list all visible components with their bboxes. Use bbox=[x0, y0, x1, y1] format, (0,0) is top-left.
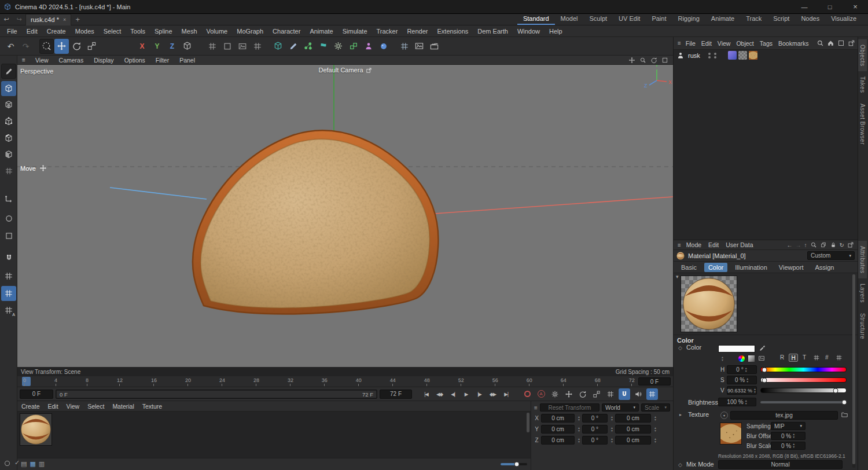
playback-button[interactable]: |◀ bbox=[420, 388, 432, 400]
toolbar-grid-icon-b[interactable] bbox=[220, 39, 234, 54]
playback-button[interactable]: ◀| bbox=[447, 388, 459, 400]
axis-z-lock-button[interactable]: Z bbox=[165, 39, 179, 54]
menu-item[interactable]: Spline bbox=[150, 28, 177, 35]
close-button[interactable]: × bbox=[843, 0, 868, 14]
ruler-frame-field[interactable]: 0 F bbox=[638, 377, 671, 385]
object-tree[interactable]: rusk bbox=[674, 50, 858, 240]
points-mode-button[interactable] bbox=[1, 114, 16, 129]
mixer-icon[interactable] bbox=[836, 354, 843, 361]
menu-item[interactable]: Window bbox=[513, 28, 545, 35]
external-window-icon[interactable] bbox=[848, 39, 855, 47]
object-menu-item[interactable]: Object bbox=[733, 40, 756, 47]
sampling-dropdown[interactable]: MIP▾ bbox=[771, 422, 806, 430]
scale-field[interactable]: 0 cm bbox=[615, 436, 651, 445]
viewport-canvas[interactable]: Y X Z Perspective Default Camera Move bbox=[17, 65, 673, 367]
material-scrollbar[interactable] bbox=[527, 413, 529, 432]
viewport-view-label[interactable]: Perspective bbox=[20, 68, 53, 75]
keyframe-settings-icon[interactable] bbox=[549, 388, 561, 400]
material-menu-item[interactable]: Texture bbox=[138, 403, 166, 410]
confirm-check-icon[interactable]: ✓ bbox=[14, 459, 20, 467]
preview-collapse-icon[interactable]: ▾ bbox=[676, 274, 679, 280]
coord-scale-dropdown[interactable]: Scale▾ bbox=[641, 403, 670, 412]
record-button[interactable] bbox=[521, 388, 533, 400]
viewport-menu-item[interactable]: Options bbox=[119, 57, 150, 64]
playback-button[interactable]: ◆▶ bbox=[487, 388, 499, 400]
sound-toggle[interactable] bbox=[632, 388, 644, 400]
eyedropper-icon[interactable] bbox=[759, 344, 766, 352]
deformer-button[interactable] bbox=[331, 39, 345, 54]
maximize-button[interactable]: □ bbox=[817, 0, 843, 14]
texture-options-icon[interactable]: ▾ bbox=[720, 412, 728, 419]
menu-item[interactable]: Modes bbox=[71, 28, 99, 35]
layout-tab[interactable]: Script bbox=[767, 14, 795, 25]
move-tool[interactable] bbox=[54, 39, 69, 54]
spline-pen-button[interactable] bbox=[286, 39, 300, 54]
menu-item[interactable]: Volume bbox=[202, 28, 233, 35]
picker-collapse-stepper[interactable]: ▲▼ bbox=[721, 355, 724, 363]
color-key-diamond[interactable]: ◇ bbox=[678, 345, 682, 351]
material-size-slider[interactable] bbox=[501, 463, 527, 465]
mixmode-key-diamond[interactable]: ◇ bbox=[678, 462, 682, 468]
axis-modifier-button[interactable] bbox=[1, 228, 16, 243]
rotate-tool[interactable] bbox=[69, 39, 84, 54]
menu-item[interactable]: Tracker bbox=[372, 28, 403, 35]
attribute-tab[interactable]: Color bbox=[704, 263, 727, 272]
attr-search-icon[interactable] bbox=[810, 241, 817, 248]
hex-mode-button[interactable]: # bbox=[825, 354, 829, 361]
menu-item[interactable]: Character bbox=[268, 28, 305, 35]
temperature-mode-button[interactable]: T bbox=[803, 354, 806, 361]
material-preview[interactable] bbox=[681, 276, 737, 332]
attribute-tab[interactable]: Assign bbox=[811, 263, 838, 272]
snap-magnet-button[interactable] bbox=[1, 250, 16, 265]
scale-stepper[interactable]: ▲▼ bbox=[654, 427, 657, 432]
rotation-field[interactable]: 0 ° bbox=[582, 414, 608, 423]
position-field[interactable]: 0 cm bbox=[541, 425, 575, 434]
texture-mode-button[interactable] bbox=[1, 97, 16, 112]
position-stepper[interactable]: ▲▼ bbox=[578, 438, 580, 443]
texture-tag-icon[interactable] bbox=[749, 51, 757, 60]
sync-icon[interactable]: ↻ bbox=[840, 242, 844, 248]
material-list[interactable] bbox=[17, 412, 531, 458]
object-name[interactable]: rusk bbox=[688, 52, 700, 59]
bread-model[interactable] bbox=[193, 130, 439, 314]
hue-field[interactable]: 0 ° ▲▼ bbox=[727, 365, 757, 374]
model-mode-button[interactable] bbox=[1, 81, 16, 96]
live-selection-tool[interactable] bbox=[39, 39, 54, 54]
render-visibility-dots[interactable] bbox=[714, 53, 716, 58]
pan-view-icon[interactable] bbox=[628, 57, 635, 64]
playback-button[interactable]: ◀◆ bbox=[433, 388, 446, 400]
side-tab[interactable]: Attributes bbox=[858, 241, 867, 278]
layout-tab[interactable]: Sculpt bbox=[584, 14, 613, 25]
history-back-icon[interactable]: ← bbox=[787, 242, 793, 248]
menu-item[interactable]: Select bbox=[99, 28, 126, 35]
attribute-menu-item[interactable]: Mode bbox=[683, 241, 705, 248]
texture-expand-icon[interactable]: ▸ bbox=[679, 412, 682, 417]
tab-close-icon[interactable]: × bbox=[63, 17, 66, 23]
history-forward-icon[interactable]: → bbox=[796, 242, 801, 248]
viewport-menu-item[interactable]: View bbox=[30, 57, 54, 64]
value-field[interactable]: 90.6332 % ▲▼ bbox=[727, 386, 757, 395]
camera-menu-icon[interactable] bbox=[366, 67, 372, 74]
saturation-slider[interactable] bbox=[760, 377, 847, 383]
brightness-slider[interactable] bbox=[760, 401, 847, 403]
dolly-view-icon[interactable] bbox=[639, 57, 646, 64]
position-stepper[interactable]: ▲▼ bbox=[578, 427, 580, 432]
blur-offset-field[interactable]: 0 % ▲▼ bbox=[771, 432, 806, 440]
viewport-menu-item[interactable]: Display bbox=[89, 57, 119, 64]
texture-thumbnail[interactable] bbox=[720, 423, 742, 445]
object-menu-item[interactable]: View bbox=[715, 40, 734, 47]
toolbar-grid-icon-a[interactable] bbox=[205, 39, 219, 54]
position-field[interactable]: 0 cm bbox=[541, 414, 575, 423]
auto-workplane-button[interactable]: A bbox=[1, 303, 16, 318]
phong-tag-icon[interactable] bbox=[728, 51, 737, 60]
rotation-stepper[interactable]: ▲▼ bbox=[610, 427, 613, 432]
axis-y-lock-button[interactable]: Y bbox=[150, 39, 164, 54]
playback-button[interactable]: ▶ bbox=[460, 388, 472, 400]
scale-field[interactable]: 0 cm bbox=[615, 425, 651, 434]
color-swatch[interactable] bbox=[718, 345, 755, 352]
status-indicator-icon[interactable] bbox=[3, 460, 11, 467]
object-menu-icon[interactable]: ≡ bbox=[676, 40, 683, 46]
menu-item[interactable]: MoGraph bbox=[232, 28, 268, 35]
side-tab[interactable]: Objects bbox=[858, 39, 867, 71]
rotation-stepper[interactable]: ▲▼ bbox=[610, 416, 613, 421]
